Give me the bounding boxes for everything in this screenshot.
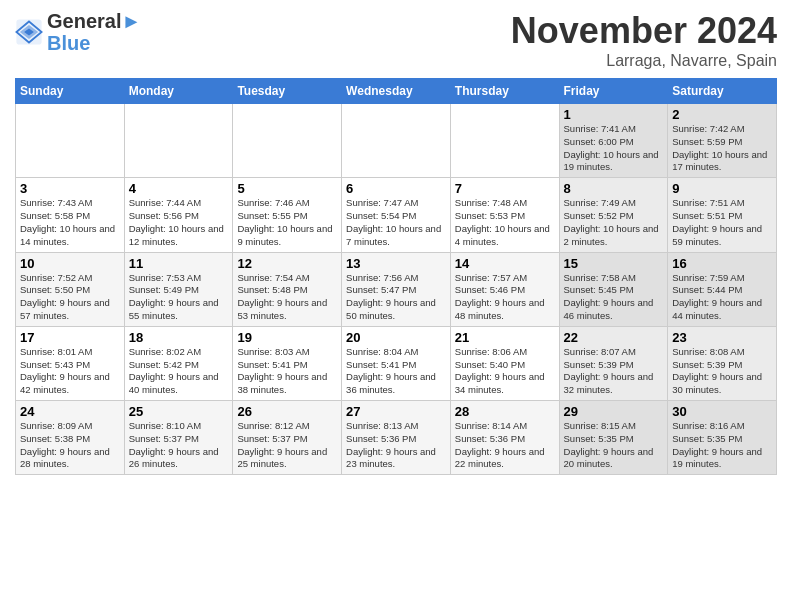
calendar-body: 1Sunrise: 7:41 AM Sunset: 6:00 PM Daylig… [16,104,777,475]
day-number: 17 [20,330,120,345]
day-info: Sunrise: 7:59 AM Sunset: 5:44 PM Dayligh… [672,272,772,323]
day-number: 14 [455,256,555,271]
day-info: Sunrise: 8:09 AM Sunset: 5:38 PM Dayligh… [20,420,120,471]
calendar-cell-1-1 [16,104,125,178]
day-number: 30 [672,404,772,419]
day-number: 9 [672,181,772,196]
day-info: Sunrise: 7:42 AM Sunset: 5:59 PM Dayligh… [672,123,772,174]
weekday-header-row: SundayMondayTuesdayWednesdayThursdayFrid… [16,79,777,104]
calendar-cell-3-6: 15Sunrise: 7:58 AM Sunset: 5:45 PM Dayli… [559,252,668,326]
calendar-table: SundayMondayTuesdayWednesdayThursdayFrid… [15,78,777,475]
calendar-cell-5-6: 29Sunrise: 8:15 AM Sunset: 5:35 PM Dayli… [559,401,668,475]
day-info: Sunrise: 7:46 AM Sunset: 5:55 PM Dayligh… [237,197,337,248]
day-number: 23 [672,330,772,345]
day-number: 22 [564,330,664,345]
day-number: 19 [237,330,337,345]
calendar-cell-2-3: 5Sunrise: 7:46 AM Sunset: 5:55 PM Daylig… [233,178,342,252]
calendar-cell-4-4: 20Sunrise: 8:04 AM Sunset: 5:41 PM Dayli… [342,326,451,400]
day-number: 26 [237,404,337,419]
day-number: 1 [564,107,664,122]
day-number: 11 [129,256,229,271]
calendar-cell-4-1: 17Sunrise: 8:01 AM Sunset: 5:43 PM Dayli… [16,326,125,400]
day-number: 18 [129,330,229,345]
day-number: 12 [237,256,337,271]
day-info: Sunrise: 7:47 AM Sunset: 5:54 PM Dayligh… [346,197,446,248]
calendar-cell-1-5 [450,104,559,178]
calendar-week-5: 24Sunrise: 8:09 AM Sunset: 5:38 PM Dayli… [16,401,777,475]
day-info: Sunrise: 7:54 AM Sunset: 5:48 PM Dayligh… [237,272,337,323]
day-info: Sunrise: 8:02 AM Sunset: 5:42 PM Dayligh… [129,346,229,397]
day-info: Sunrise: 7:51 AM Sunset: 5:51 PM Dayligh… [672,197,772,248]
calendar-cell-1-7: 2Sunrise: 7:42 AM Sunset: 5:59 PM Daylig… [668,104,777,178]
day-number: 3 [20,181,120,196]
day-info: Sunrise: 8:12 AM Sunset: 5:37 PM Dayligh… [237,420,337,471]
calendar-cell-2-5: 7Sunrise: 7:48 AM Sunset: 5:53 PM Daylig… [450,178,559,252]
day-number: 24 [20,404,120,419]
day-number: 4 [129,181,229,196]
day-number: 5 [237,181,337,196]
logo: General► Blue [15,10,141,54]
weekday-thursday: Thursday [450,79,559,104]
calendar-cell-2-4: 6Sunrise: 7:47 AM Sunset: 5:54 PM Daylig… [342,178,451,252]
day-info: Sunrise: 8:04 AM Sunset: 5:41 PM Dayligh… [346,346,446,397]
weekday-wednesday: Wednesday [342,79,451,104]
calendar-cell-4-6: 22Sunrise: 8:07 AM Sunset: 5:39 PM Dayli… [559,326,668,400]
calendar-cell-4-2: 18Sunrise: 8:02 AM Sunset: 5:42 PM Dayli… [124,326,233,400]
calendar-cell-1-6: 1Sunrise: 7:41 AM Sunset: 6:00 PM Daylig… [559,104,668,178]
day-number: 7 [455,181,555,196]
calendar-cell-2-2: 4Sunrise: 7:44 AM Sunset: 5:56 PM Daylig… [124,178,233,252]
calendar-cell-1-3 [233,104,342,178]
calendar-cell-1-2 [124,104,233,178]
day-number: 20 [346,330,446,345]
calendar-cell-5-1: 24Sunrise: 8:09 AM Sunset: 5:38 PM Dayli… [16,401,125,475]
day-number: 29 [564,404,664,419]
calendar-cell-3-2: 11Sunrise: 7:53 AM Sunset: 5:49 PM Dayli… [124,252,233,326]
logo-icon [15,18,43,46]
location: Larraga, Navarre, Spain [511,52,777,70]
weekday-sunday: Sunday [16,79,125,104]
day-info: Sunrise: 7:52 AM Sunset: 5:50 PM Dayligh… [20,272,120,323]
day-number: 13 [346,256,446,271]
day-number: 2 [672,107,772,122]
day-info: Sunrise: 8:03 AM Sunset: 5:41 PM Dayligh… [237,346,337,397]
title-block: November 2024 Larraga, Navarre, Spain [511,10,777,70]
weekday-tuesday: Tuesday [233,79,342,104]
day-info: Sunrise: 7:56 AM Sunset: 5:47 PM Dayligh… [346,272,446,323]
main-container: General► Blue November 2024 Larraga, Nav… [0,0,792,485]
day-info: Sunrise: 7:49 AM Sunset: 5:52 PM Dayligh… [564,197,664,248]
calendar-week-2: 3Sunrise: 7:43 AM Sunset: 5:58 PM Daylig… [16,178,777,252]
day-info: Sunrise: 8:10 AM Sunset: 5:37 PM Dayligh… [129,420,229,471]
calendar-cell-5-4: 27Sunrise: 8:13 AM Sunset: 5:36 PM Dayli… [342,401,451,475]
header: General► Blue November 2024 Larraga, Nav… [15,10,777,70]
day-number: 16 [672,256,772,271]
calendar-cell-3-3: 12Sunrise: 7:54 AM Sunset: 5:48 PM Dayli… [233,252,342,326]
calendar-cell-4-3: 19Sunrise: 8:03 AM Sunset: 5:41 PM Dayli… [233,326,342,400]
calendar-cell-2-6: 8Sunrise: 7:49 AM Sunset: 5:52 PM Daylig… [559,178,668,252]
calendar-cell-5-3: 26Sunrise: 8:12 AM Sunset: 5:37 PM Dayli… [233,401,342,475]
logo-text: General► Blue [47,10,141,54]
calendar-cell-5-5: 28Sunrise: 8:14 AM Sunset: 5:36 PM Dayli… [450,401,559,475]
weekday-saturday: Saturday [668,79,777,104]
day-number: 28 [455,404,555,419]
day-info: Sunrise: 8:06 AM Sunset: 5:40 PM Dayligh… [455,346,555,397]
calendar-cell-2-7: 9Sunrise: 7:51 AM Sunset: 5:51 PM Daylig… [668,178,777,252]
calendar-cell-1-4 [342,104,451,178]
calendar-cell-3-1: 10Sunrise: 7:52 AM Sunset: 5:50 PM Dayli… [16,252,125,326]
day-number: 6 [346,181,446,196]
calendar-cell-5-7: 30Sunrise: 8:16 AM Sunset: 5:35 PM Dayli… [668,401,777,475]
day-number: 8 [564,181,664,196]
calendar-week-1: 1Sunrise: 7:41 AM Sunset: 6:00 PM Daylig… [16,104,777,178]
calendar-cell-3-7: 16Sunrise: 7:59 AM Sunset: 5:44 PM Dayli… [668,252,777,326]
day-info: Sunrise: 8:13 AM Sunset: 5:36 PM Dayligh… [346,420,446,471]
calendar-cell-4-5: 21Sunrise: 8:06 AM Sunset: 5:40 PM Dayli… [450,326,559,400]
day-info: Sunrise: 7:53 AM Sunset: 5:49 PM Dayligh… [129,272,229,323]
calendar-week-3: 10Sunrise: 7:52 AM Sunset: 5:50 PM Dayli… [16,252,777,326]
day-number: 21 [455,330,555,345]
month-title: November 2024 [511,10,777,52]
calendar-cell-2-1: 3Sunrise: 7:43 AM Sunset: 5:58 PM Daylig… [16,178,125,252]
day-info: Sunrise: 7:43 AM Sunset: 5:58 PM Dayligh… [20,197,120,248]
day-number: 10 [20,256,120,271]
weekday-monday: Monday [124,79,233,104]
day-info: Sunrise: 7:58 AM Sunset: 5:45 PM Dayligh… [564,272,664,323]
day-info: Sunrise: 8:15 AM Sunset: 5:35 PM Dayligh… [564,420,664,471]
